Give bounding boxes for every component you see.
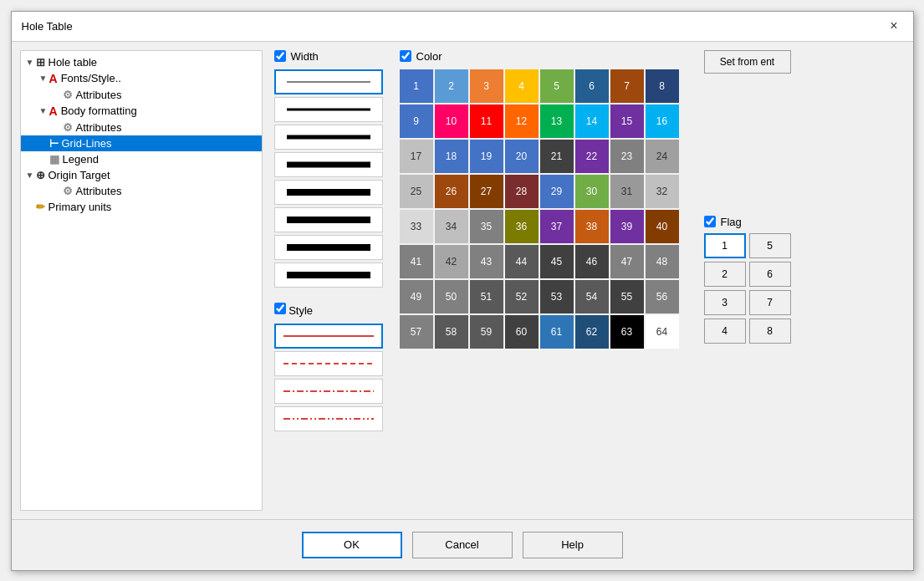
color-cell[interactable]: 14: [575, 104, 609, 138]
color-cell[interactable]: 32: [646, 175, 679, 208]
color-cell[interactable]: 42: [435, 245, 468, 278]
color-cell[interactable]: 23: [610, 140, 644, 173]
color-cell[interactable]: 29: [540, 175, 574, 208]
color-label[interactable]: Color: [400, 50, 442, 63]
color-cell[interactable]: 63: [610, 315, 644, 349]
color-cell[interactable]: 41: [400, 245, 433, 278]
color-cell[interactable]: 36: [505, 210, 539, 243]
color-cell[interactable]: 46: [575, 245, 609, 278]
color-cell[interactable]: 12: [505, 104, 539, 138]
color-cell[interactable]: 39: [610, 210, 644, 243]
width-line-option[interactable]: [274, 207, 383, 232]
color-cell[interactable]: 47: [610, 245, 644, 278]
tree-item-origin-target[interactable]: ▼⊕Origin Target: [21, 167, 262, 183]
flag-checkbox[interactable]: [704, 216, 716, 227]
flag-button-6[interactable]: 6: [749, 262, 791, 287]
tree-item-primary-units[interactable]: ✏Primary units: [21, 199, 262, 215]
color-cell[interactable]: 3: [470, 69, 503, 103]
color-cell[interactable]: 40: [646, 210, 679, 243]
width-line-option[interactable]: [274, 180, 383, 205]
color-cell[interactable]: 57: [400, 315, 433, 349]
width-line-option[interactable]: [274, 262, 383, 288]
color-cell[interactable]: 53: [540, 280, 574, 313]
color-cell[interactable]: 43: [470, 245, 503, 278]
color-cell[interactable]: 51: [470, 280, 503, 313]
style-line-option[interactable]: [274, 406, 383, 431]
color-cell[interactable]: 60: [505, 315, 539, 349]
color-cell[interactable]: 27: [470, 175, 503, 208]
ok-button[interactable]: OK: [302, 532, 402, 558]
cancel-button[interactable]: Cancel: [412, 532, 513, 558]
color-cell[interactable]: 5: [540, 69, 574, 103]
color-cell[interactable]: 61: [540, 315, 574, 349]
tree-item-hole-table[interactable]: ▼⊞Hole table: [21, 54, 262, 70]
color-cell[interactable]: 56: [646, 280, 679, 313]
width-line-option[interactable]: [274, 97, 383, 122]
color-cell[interactable]: 24: [646, 140, 679, 173]
color-cell[interactable]: 19: [470, 140, 503, 173]
color-cell[interactable]: 62: [575, 315, 609, 349]
color-cell[interactable]: 11: [470, 104, 503, 138]
tree-item-attributes[interactable]: ⚙Attributes: [21, 183, 262, 199]
color-cell[interactable]: 7: [610, 69, 644, 103]
set-from-ent-button[interactable]: Set from ent: [704, 50, 791, 74]
tree-item-grid-lines[interactable]: ⊢Grid-Lines: [21, 135, 262, 151]
color-cell[interactable]: 30: [575, 175, 609, 208]
flag-button-1[interactable]: 1: [704, 233, 746, 258]
width-checkbox[interactable]: [274, 50, 286, 62]
color-cell[interactable]: 49: [400, 280, 433, 313]
width-line-option[interactable]: [274, 235, 383, 260]
color-cell[interactable]: 59: [470, 315, 503, 349]
tree-item-attributes[interactable]: ⚙Attributes: [21, 87, 262, 103]
width-label[interactable]: Width: [274, 50, 319, 63]
flag-button-2[interactable]: 2: [704, 262, 746, 287]
color-cell[interactable]: 45: [540, 245, 574, 278]
color-cell[interactable]: 10: [435, 104, 468, 138]
style-checkbox[interactable]: [274, 303, 286, 314]
flag-button-5[interactable]: 5: [749, 233, 791, 258]
color-cell[interactable]: 54: [575, 280, 609, 313]
flag-button-8[interactable]: 8: [749, 319, 791, 344]
color-cell[interactable]: 48: [646, 245, 679, 278]
tree-item-attributes[interactable]: ⚙Attributes: [21, 120, 262, 135]
flag-button-4[interactable]: 4: [704, 319, 746, 344]
close-button[interactable]: ×: [885, 17, 902, 35]
color-cell[interactable]: 20: [505, 140, 539, 173]
color-cell[interactable]: 35: [470, 210, 503, 243]
width-line-option[interactable]: [274, 69, 383, 94]
color-cell[interactable]: 18: [435, 140, 468, 173]
color-cell[interactable]: 38: [575, 210, 609, 243]
flag-button-3[interactable]: 3: [704, 290, 746, 315]
tree-item-legend[interactable]: ▦Legend: [21, 151, 262, 167]
color-cell[interactable]: 25: [400, 175, 433, 208]
width-line-option[interactable]: [274, 125, 383, 150]
color-cell[interactable]: 17: [400, 140, 433, 173]
color-cell[interactable]: 44: [505, 245, 539, 278]
color-cell[interactable]: 13: [540, 104, 574, 138]
color-cell[interactable]: 15: [610, 104, 644, 138]
color-cell[interactable]: 58: [435, 315, 468, 349]
color-cell[interactable]: 16: [646, 104, 679, 138]
help-button[interactable]: Help: [523, 532, 623, 558]
style-line-option[interactable]: [274, 324, 383, 349]
tree-item-body-formatting[interactable]: ▼ABody formatting: [21, 103, 262, 120]
color-cell[interactable]: 37: [540, 210, 574, 243]
color-checkbox[interactable]: [400, 50, 411, 62]
color-cell[interactable]: 22: [575, 140, 609, 173]
style-label[interactable]: Style: [274, 303, 314, 317]
color-cell[interactable]: 28: [505, 175, 539, 208]
style-line-option[interactable]: [274, 351, 383, 376]
color-cell[interactable]: 50: [435, 280, 468, 313]
color-cell[interactable]: 33: [400, 210, 433, 243]
tree-item-fonts-style--[interactable]: ▼AFonts/Style..: [21, 70, 262, 87]
color-cell[interactable]: 8: [646, 69, 679, 103]
color-cell[interactable]: 52: [505, 280, 539, 313]
style-line-option[interactable]: [274, 379, 383, 404]
color-cell[interactable]: 4: [505, 69, 539, 103]
color-cell[interactable]: 31: [610, 175, 644, 208]
color-cell[interactable]: 26: [435, 175, 468, 208]
color-cell[interactable]: 6: [575, 69, 609, 103]
flag-button-7[interactable]: 7: [749, 290, 791, 315]
width-line-option[interactable]: [274, 152, 383, 177]
color-cell[interactable]: 21: [540, 140, 574, 173]
